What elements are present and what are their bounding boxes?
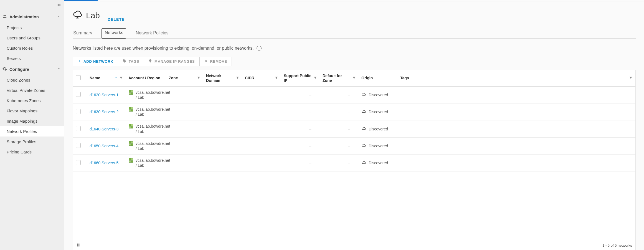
column-header-cidr[interactable]: CIDR [242,70,281,86]
sidebar-item-kubernetes-zones[interactable]: Kubernetes Zones [0,95,64,106]
tags-cell [397,120,635,137]
info-icon[interactable]: i [257,46,262,51]
pagination-text: 1 - 5 of 5 networks [602,243,632,248]
tag-icon [123,59,126,64]
cloud-icon [361,92,366,98]
svg-rect-12 [129,110,131,112]
column-header-zone[interactable]: Zone [166,70,203,86]
sidebar-item-users-groups[interactable]: Users and Groups [0,33,64,43]
row-checkbox[interactable] [76,109,81,114]
sidebar-collapse-button[interactable] [0,0,64,11]
vsphere-icon [128,124,133,129]
network-name-link[interactable]: d1630-Servers-2 [90,110,118,114]
column-header-network-domain[interactable]: Network Domain [203,70,242,86]
cloud-icon [361,109,366,115]
close-icon [204,59,208,64]
add-network-button[interactable]: ADD NETWORK [73,57,118,66]
svg-point-0 [4,15,5,16]
tags-button[interactable]: TAGS [118,57,144,66]
tab-networks[interactable]: Networks [102,28,126,39]
sidebar-item-network-profiles[interactable]: Network Profiles [0,126,64,137]
cloud-icon [361,143,366,149]
remove-button[interactable]: REMOVE [200,57,232,66]
vsphere-icon [128,90,133,95]
networks-table: Name Account / Region Zone [73,70,636,250]
filter-icon[interactable] [119,76,123,80]
table-row: d1640-Servers-3vcsa.lab.bowdre.net / Lab… [73,120,635,137]
row-checkbox[interactable] [76,126,81,131]
row-checkbox[interactable] [76,143,81,148]
account-region-text: vcsa.lab.bowdre.net / Lab [136,124,170,134]
row-checkbox[interactable] [76,160,81,165]
network-name-link[interactable]: d1620-Servers-1 [90,93,118,97]
column-header-origin[interactable]: Origin [359,70,397,86]
default-for-zone-cell: -- [323,93,356,97]
zone-cell [166,155,203,171]
sidebar-item-flavor-mappings[interactable]: Flavor Mappings [0,106,64,116]
select-all-checkbox[interactable] [76,75,81,80]
svg-point-5 [150,60,151,61]
sidebar-item-pricing-cards[interactable]: Pricing Cards [0,147,64,157]
filter-icon[interactable] [236,76,239,80]
column-header-account[interactable]: Account / Region [126,70,166,86]
network-domain-cell [203,86,242,103]
column-header-support-public-ip[interactable]: Support Public IP [281,70,320,86]
origin-cell: Discovered [361,143,395,149]
sidebar-item-projects[interactable]: Projects [0,22,64,33]
tab-network-policies[interactable]: Network Policies [135,28,169,38]
account-region-text: vcsa.lab.bowdre.net / Lab [136,158,170,168]
column-header-name[interactable]: Name [87,70,126,86]
sidebar-item-custom-roles[interactable]: Custom Roles [0,43,64,53]
default-for-zone-cell: -- [323,127,356,131]
sidebar-item-secrets[interactable]: Secrets [0,53,64,64]
loading-indicator [64,0,98,1]
network-name-link[interactable]: d1650-Servers-4 [90,144,118,148]
sort-asc-icon[interactable] [114,76,118,80]
network-name-link[interactable]: d1660-Servers-5 [90,161,118,165]
location-icon [148,59,152,64]
filter-icon[interactable] [313,76,317,80]
sidebar-item-virtual-private-zones[interactable]: Virtual Private Zones [0,85,64,95]
svg-rect-8 [129,92,131,94]
column-header-default-for-zone[interactable]: Default for Zone [320,70,359,86]
manage-ip-ranges-button[interactable]: MANAGE IP RANGES [144,57,199,66]
sidebar-item-cloud-zones[interactable]: Cloud Zones [0,75,64,85]
zone-cell [166,120,203,137]
filter-icon[interactable] [275,76,278,80]
filter-icon[interactable] [352,76,356,80]
nav-section-administration[interactable]: Administration [0,11,64,22]
tags-cell [397,155,635,171]
svg-rect-28 [79,244,80,247]
main-content: Lab DELETE Summary Networks Network Poli… [64,0,644,250]
origin-cell: Discovered [361,126,395,132]
svg-rect-22 [129,158,131,160]
column-toggle-button[interactable] [76,243,81,248]
svg-rect-13 [131,110,133,112]
toolbar: ADD NETWORK TAGS MANAGE IP RANGES REMOVE [73,57,636,66]
column-header-tags[interactable]: Tags [397,70,635,86]
page-header: Lab DELETE [73,9,636,22]
table-row: d1660-Servers-5vcsa.lab.bowdre.net / Lab… [73,155,635,171]
svg-point-1 [5,15,6,16]
origin-cell: Discovered [361,160,395,166]
filter-icon[interactable] [629,76,633,80]
nav-section-configure[interactable]: Configure [0,64,64,75]
svg-rect-26 [77,244,78,247]
tags-cell [397,103,635,120]
sidebar-item-image-mappings[interactable]: Image Mappings [0,116,64,126]
svg-rect-25 [131,161,133,163]
network-name-link[interactable]: d1640-Servers-3 [90,127,118,131]
svg-point-4 [123,60,124,60]
row-checkbox[interactable] [76,92,81,97]
svg-rect-11 [131,107,133,109]
vsphere-icon [128,107,133,112]
network-domain-cell [203,120,242,137]
cloud-icon [361,160,366,166]
delete-button[interactable]: DELETE [108,17,125,22]
tab-summary[interactable]: Summary [73,28,93,38]
zone-cell [166,137,203,154]
table-row: d1630-Servers-2vcsa.lab.bowdre.net / Lab… [73,103,635,120]
sidebar-item-storage-profiles[interactable]: Storage Profiles [0,137,64,147]
svg-rect-23 [131,158,133,160]
filter-icon[interactable] [197,76,201,80]
